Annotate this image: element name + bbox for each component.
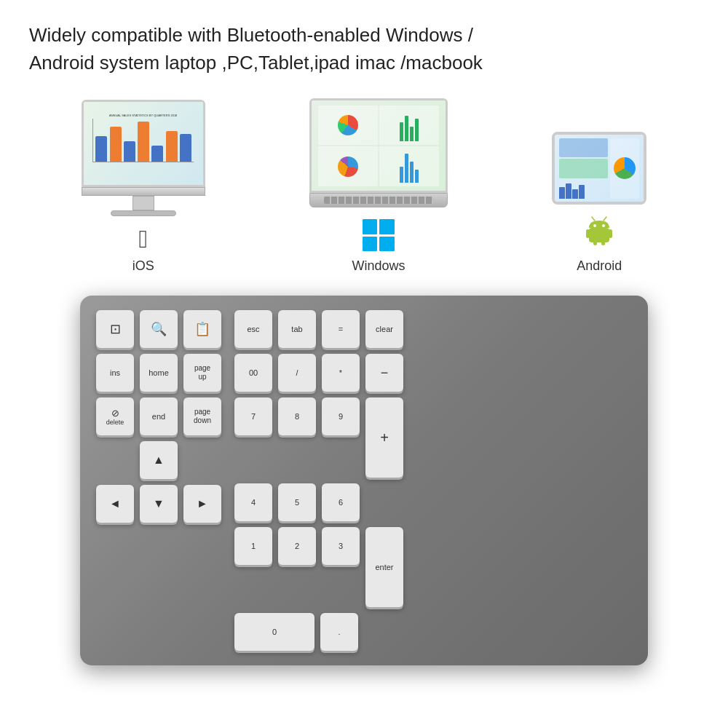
key-2[interactable]: 2	[278, 527, 316, 565]
laptop-chart-4	[379, 146, 439, 186]
apple-logo: 	[138, 226, 147, 251]
kb-left-row2: ins home pageup	[96, 354, 221, 392]
end-key[interactable]: end	[140, 397, 178, 435]
kb-right-row3: 7 8 9 +	[234, 397, 403, 478]
ins-key[interactable]: ins	[96, 354, 134, 392]
key-8[interactable]: 8	[278, 397, 316, 435]
imac-screen: ANNUAL SALES STATISTICS BY QUARTERS 2018	[82, 100, 205, 187]
double-zero-label: 00	[249, 368, 258, 377]
android-logo	[585, 216, 614, 251]
label-0: 0	[272, 628, 277, 636]
windows-label: Windows	[352, 258, 405, 274]
down-arrow-key[interactable]: ▼	[140, 485, 178, 523]
minus-key[interactable]: −	[365, 354, 403, 392]
enter-key[interactable]: enter	[365, 527, 403, 607]
laptop-chart-2	[379, 106, 439, 146]
header-line2: Android system laptop ,PC,Tablet,ipad im…	[29, 52, 483, 74]
svg-rect-0	[589, 228, 609, 242]
label-9: 9	[339, 412, 343, 421]
svg-rect-1	[586, 229, 590, 238]
ins-label: ins	[110, 368, 120, 377]
label-3: 3	[339, 542, 343, 550]
keyboard-right: esc tab = clear 00 /	[234, 310, 403, 651]
key-7[interactable]: 7	[234, 397, 272, 435]
svg-point-6	[602, 224, 605, 227]
multiply-label: *	[339, 368, 342, 377]
calendar-key[interactable]: 📋	[183, 310, 221, 348]
label-7: 7	[251, 412, 256, 421]
label-2: 2	[295, 542, 299, 550]
label-8: 8	[295, 412, 299, 421]
tablet-device	[552, 132, 646, 205]
label-5: 5	[295, 498, 299, 507]
key-0[interactable]: 0	[234, 613, 314, 651]
right-arrow-key[interactable]: ►	[183, 485, 221, 523]
pagedown-key[interactable]: pagedown	[183, 397, 221, 435]
calendar-icon: 📋	[194, 321, 210, 337]
esc-label: esc	[247, 325, 259, 333]
chart-title: ANNUAL SALES STATISTICS BY QUARTERS 2018	[92, 114, 194, 117]
kb-right-row5: 1 2 3 enter	[234, 527, 403, 607]
fn-key[interactable]: ⊡	[96, 310, 134, 348]
android-label: Android	[577, 258, 622, 274]
kb-right-row4: 4 5 6	[234, 483, 403, 521]
key-5[interactable]: 5	[278, 483, 316, 521]
laptop-screen	[309, 98, 448, 193]
pageup-key[interactable]: pageup	[183, 354, 221, 392]
left-arrow-key[interactable]: ◄	[96, 485, 134, 523]
key-1[interactable]: 1	[234, 527, 272, 565]
tab-key[interactable]: tab	[278, 310, 316, 348]
end-label: end	[152, 412, 165, 421]
label-4: 4	[251, 498, 256, 507]
keyboard: ⊡ 🔍 📋 ins home pageup	[80, 296, 648, 665]
laptop-keys	[324, 197, 433, 204]
kb-left-row1: ⊡ 🔍 📋	[96, 310, 221, 348]
multiply-key[interactable]: *	[322, 354, 360, 392]
kb-right-row6: 0 .	[234, 613, 403, 651]
imac-chin	[82, 187, 205, 196]
fn-icon: ⊡	[110, 321, 121, 337]
dot-key[interactable]: .	[320, 613, 358, 651]
keyboard-left: ⊡ 🔍 📋 ins home pageup	[96, 310, 221, 651]
tablet-body	[552, 132, 646, 205]
kb-left-row5: ◄ ▼ ►	[96, 485, 221, 523]
svg-rect-4	[601, 238, 605, 245]
double-zero-key[interactable]: 00	[234, 354, 272, 392]
kb-left-row4: ▲	[96, 441, 221, 479]
clear-label: clear	[376, 325, 393, 333]
esc-key[interactable]: esc	[234, 310, 272, 348]
laptop-keyboard-area	[309, 193, 448, 207]
up-arrow-key[interactable]: ▲	[140, 441, 178, 479]
plus-key[interactable]: +	[365, 397, 403, 478]
header-line1: Widely compatible with Bluetooth-enabled…	[29, 24, 473, 46]
label-1: 1	[251, 542, 256, 550]
imac-base	[111, 210, 176, 216]
svg-point-5	[593, 224, 596, 227]
dot-label: .	[338, 628, 340, 636]
key-4[interactable]: 4	[234, 483, 272, 521]
page: Widely compatible with Bluetooth-enabled…	[0, 0, 728, 728]
kb-left-row3: ⊘ delete end pagedown	[96, 397, 221, 435]
key-6[interactable]: 6	[322, 483, 360, 521]
header-text: Widely compatible with Bluetooth-enabled…	[29, 22, 699, 76]
svg-rect-2	[609, 229, 612, 238]
equals-key[interactable]: =	[322, 310, 360, 348]
laptop-chart-3	[318, 146, 378, 186]
svg-line-7	[592, 217, 595, 221]
tab-label: tab	[291, 325, 302, 333]
divide-key[interactable]: /	[278, 354, 316, 392]
kb-right-row1: esc tab = clear	[234, 310, 403, 348]
search-key[interactable]: 🔍	[140, 310, 178, 348]
clear-key[interactable]: clear	[365, 310, 403, 348]
key-3[interactable]: 3	[322, 527, 360, 565]
home-key[interactable]: home	[140, 354, 178, 392]
device-android: Android	[552, 132, 646, 274]
windows-logo	[363, 219, 395, 251]
search-icon: 🔍	[151, 321, 167, 337]
svg-line-8	[604, 217, 606, 221]
device-windows: Windows	[309, 98, 448, 274]
delete-key[interactable]: ⊘ delete	[96, 397, 134, 435]
key-9[interactable]: 9	[322, 397, 360, 435]
laptop-chart-1	[318, 106, 378, 146]
kb-right-row2: 00 / * −	[234, 354, 403, 392]
